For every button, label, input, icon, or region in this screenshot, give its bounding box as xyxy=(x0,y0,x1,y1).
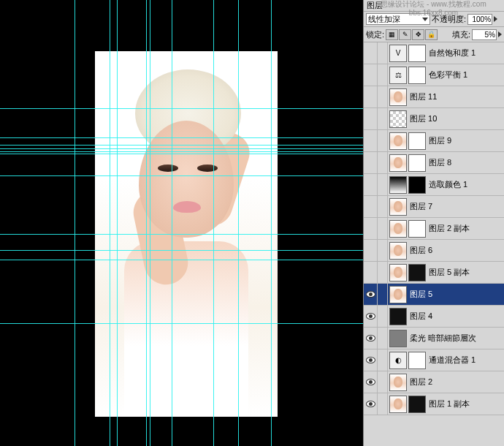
layer-visibility-toggle[interactable] xyxy=(364,196,378,217)
guide-horizontal[interactable] xyxy=(0,137,363,138)
canvas[interactable] xyxy=(0,0,363,446)
layer-name[interactable]: 图层 1 副本 xyxy=(426,398,470,409)
layer-name[interactable]: 柔光 暗部細節層次 xyxy=(407,333,476,344)
layer-row[interactable]: 图层 4 xyxy=(364,306,504,328)
layer-thumb[interactable] xyxy=(389,176,407,194)
layer-thumb[interactable] xyxy=(389,154,407,172)
layer-row[interactable]: 图层 5 副本 xyxy=(364,262,504,284)
layer-name[interactable]: 图层 7 xyxy=(407,201,432,212)
layer-link-cell[interactable] xyxy=(378,218,388,239)
fill-input[interactable]: 5% xyxy=(472,29,497,40)
layer-row[interactable]: 图层 1 副本 xyxy=(364,393,504,415)
guide-vertical[interactable] xyxy=(213,0,214,446)
guide-vertical[interactable] xyxy=(117,0,118,446)
layer-thumb[interactable]: V xyxy=(389,45,407,62)
layer-thumb[interactable] xyxy=(389,264,407,281)
layer-name[interactable]: 图层 5 副本 xyxy=(426,267,470,278)
layer-visibility-toggle[interactable] xyxy=(364,152,378,173)
guide-horizontal[interactable] xyxy=(0,323,363,324)
layer-row[interactable]: 图层 2 副本 xyxy=(364,218,504,240)
layer-thumb[interactable] xyxy=(408,352,426,369)
layer-name[interactable]: 图层 6 xyxy=(407,245,432,256)
guide-horizontal[interactable] xyxy=(0,148,363,149)
layer-visibility-toggle[interactable] xyxy=(364,240,378,261)
layer-visibility-toggle[interactable] xyxy=(364,306,378,327)
layer-link-cell[interactable] xyxy=(378,328,388,349)
layer-visibility-toggle[interactable] xyxy=(364,328,378,349)
lock-position-button[interactable]: ✥ xyxy=(412,29,424,40)
slider-icon[interactable] xyxy=(494,16,497,22)
layer-thumb[interactable] xyxy=(408,67,426,84)
guide-horizontal[interactable] xyxy=(0,151,363,152)
layer-link-cell[interactable] xyxy=(378,130,388,151)
layer-row[interactable]: 柔光 暗部細節層次 xyxy=(364,328,504,349)
layer-link-cell[interactable] xyxy=(378,196,388,217)
layer-name[interactable]: 色彩平衡 1 xyxy=(426,69,467,80)
layer-visibility-toggle[interactable] xyxy=(364,130,378,151)
lock-all-button[interactable]: 🔒 xyxy=(425,29,438,40)
layer-name[interactable]: 图层 10 xyxy=(407,113,437,124)
layer-thumb[interactable] xyxy=(408,154,426,172)
layer-thumb[interactable] xyxy=(408,396,426,413)
layer-row[interactable]: ⚖色彩平衡 1 xyxy=(364,64,504,86)
layer-link-cell[interactable] xyxy=(378,371,388,393)
layer-link-cell[interactable] xyxy=(378,86,388,107)
layer-link-cell[interactable] xyxy=(378,152,388,173)
layer-visibility-toggle[interactable] xyxy=(364,42,378,64)
layer-row[interactable]: 图层 6 xyxy=(364,240,504,262)
layer-thumb[interactable] xyxy=(408,45,426,62)
guide-vertical[interactable] xyxy=(172,0,172,446)
guide-vertical[interactable] xyxy=(146,0,147,446)
layer-thumb[interactable]: ⚖ xyxy=(389,67,407,84)
guide-horizontal[interactable] xyxy=(0,154,363,154)
slider-icon[interactable] xyxy=(498,31,502,37)
layer-visibility-toggle[interactable] xyxy=(364,284,378,305)
layer-thumb[interactable] xyxy=(389,220,407,238)
layer-name[interactable]: 图层 4 xyxy=(407,311,432,322)
layer-visibility-toggle[interactable] xyxy=(364,349,378,371)
layer-row[interactable]: V自然饱和度 1 xyxy=(364,42,504,64)
layer-thumb[interactable] xyxy=(408,132,426,150)
layer-row[interactable]: 选取颜色 1 xyxy=(364,174,504,196)
layer-link-cell[interactable] xyxy=(378,240,388,261)
layer-thumb[interactable] xyxy=(389,198,407,216)
layer-thumb[interactable] xyxy=(389,396,407,413)
layer-name[interactable]: 图层 8 xyxy=(426,157,451,168)
guide-horizontal[interactable] xyxy=(0,250,363,251)
layer-link-cell[interactable] xyxy=(378,108,388,129)
guide-horizontal[interactable] xyxy=(0,145,363,145)
layer-row[interactable]: 图层 7 xyxy=(364,196,504,218)
layer-name[interactable]: 图层 9 xyxy=(426,135,451,146)
guide-vertical[interactable] xyxy=(238,0,239,446)
layer-thumb[interactable]: ◐ xyxy=(389,352,407,369)
layer-name[interactable]: 图层 2 xyxy=(407,377,432,388)
layer-link-cell[interactable] xyxy=(378,306,388,327)
layer-name[interactable]: 自然饱和度 1 xyxy=(426,48,476,58)
layer-row[interactable]: 图层 9 xyxy=(364,130,504,152)
layer-link-cell[interactable] xyxy=(378,262,388,283)
layer-row[interactable]: 图层 10 xyxy=(364,108,504,130)
layer-thumb[interactable] xyxy=(389,132,407,150)
layer-visibility-toggle[interactable] xyxy=(364,174,378,195)
layer-thumb[interactable] xyxy=(389,374,407,391)
blend-mode-select[interactable]: 线性加深 xyxy=(366,13,430,25)
layer-thumb[interactable] xyxy=(408,264,426,281)
layer-thumb[interactable] xyxy=(389,242,407,260)
guide-vertical[interactable] xyxy=(271,0,272,446)
lock-paint-button[interactable]: ✎ xyxy=(399,29,411,40)
layer-visibility-toggle[interactable] xyxy=(364,218,378,239)
layer-thumb[interactable] xyxy=(389,110,407,128)
opacity-input[interactable]: 100% xyxy=(467,14,492,25)
layer-thumb[interactable] xyxy=(408,220,426,238)
layer-thumb[interactable] xyxy=(389,308,407,325)
guide-vertical[interactable] xyxy=(75,0,75,446)
layer-link-cell[interactable] xyxy=(378,64,388,86)
layer-row[interactable]: 图层 2 xyxy=(364,371,504,393)
layer-name[interactable]: 图层 5 xyxy=(407,289,432,300)
layer-visibility-toggle[interactable] xyxy=(364,64,378,86)
layer-visibility-toggle[interactable] xyxy=(364,371,378,393)
layer-thumb[interactable] xyxy=(408,176,426,194)
layer-visibility-toggle[interactable] xyxy=(364,108,378,129)
layer-visibility-toggle[interactable] xyxy=(364,262,378,283)
lock-transparent-button[interactable]: ▦ xyxy=(386,29,398,40)
